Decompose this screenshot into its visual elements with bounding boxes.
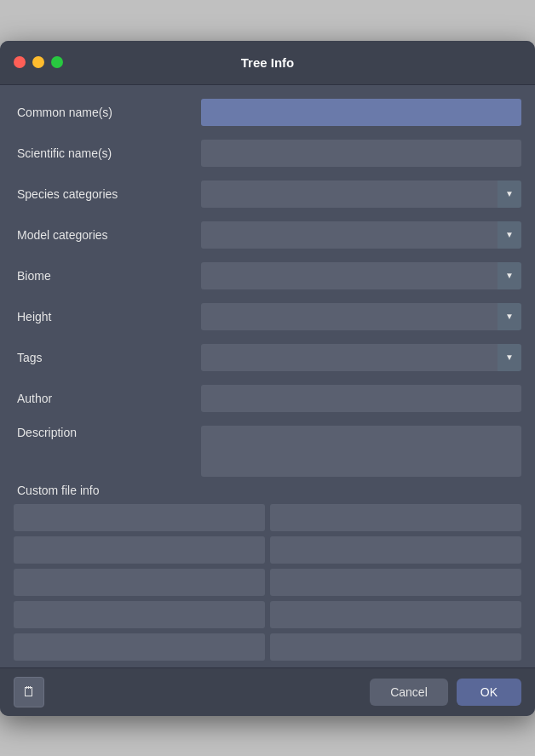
custom-key-1[interactable] [14,504,265,531]
custom-value-4[interactable] [270,601,521,628]
height-label: Height [14,310,201,324]
window-controls [14,56,63,68]
height-input[interactable] [201,303,498,330]
biome-dropdown[interactable]: ▼ [498,262,521,289]
custom-key-3[interactable] [14,569,265,596]
height-dropdown[interactable]: ▼ [498,303,521,330]
custom-grid [14,504,521,661]
custom-key-2[interactable] [14,536,265,564]
common-names-input[interactable] [201,99,521,126]
model-categories-label: Model categories [14,228,201,242]
height-row: Height ▼ [14,300,521,334]
tags-row: Tags ▼ [14,341,521,375]
model-categories-field: ▼ [201,221,521,249]
footer-left: 🗒 [14,677,363,707]
common-names-row: Common name(s) [14,95,521,129]
clipboard-button[interactable]: 🗒 [14,677,44,707]
scientific-names-input[interactable] [201,140,521,167]
model-categories-row: Model categories ▼ [14,218,521,252]
biome-input[interactable] [201,262,498,289]
custom-value-2[interactable] [270,536,521,564]
scientific-names-row: Scientific name(s) [14,136,521,170]
footer: 🗒 Cancel OK [0,667,535,716]
species-categories-row: Species categories ▼ [14,177,521,211]
footer-buttons: Cancel OK [370,679,521,706]
close-button[interactable] [14,56,26,68]
scientific-names-label: Scientific name(s) [14,146,201,160]
biome-field: ▼ [201,262,521,289]
form-content: Common name(s) Scientific name(s) Specie… [0,85,535,661]
species-categories-label: Species categories [14,187,201,201]
ok-button[interactable]: OK [457,679,521,706]
custom-value-5[interactable] [270,633,521,661]
tags-field: ▼ [201,344,521,371]
custom-value-1[interactable] [270,504,521,531]
biome-label: Biome [14,269,201,283]
tags-dropdown[interactable]: ▼ [498,344,521,371]
height-field: ▼ [201,303,521,330]
description-label: Description [14,426,201,439]
author-row: Author [14,381,521,415]
titlebar: Tree Info [0,41,535,85]
model-categories-dropdown[interactable]: ▼ [498,221,521,249]
species-categories-input[interactable] [201,180,498,208]
minimize-button[interactable] [32,56,44,68]
custom-value-3[interactable] [270,569,521,596]
tags-label: Tags [14,351,201,364]
tags-input[interactable] [201,344,498,371]
custom-key-4[interactable] [14,601,265,628]
clipboard-icon: 🗒 [22,684,36,700]
model-categories-input[interactable] [201,221,498,249]
species-categories-dropdown[interactable]: ▼ [498,180,521,208]
cancel-button[interactable]: Cancel [370,679,448,706]
custom-key-5[interactable] [14,633,265,661]
custom-section-label: Custom file info [14,484,521,497]
description-input[interactable] [201,426,521,477]
common-names-label: Common name(s) [14,106,201,119]
maximize-button[interactable] [51,56,63,68]
tree-info-window: Tree Info Common name(s) Scientific name… [0,41,535,716]
window-title: Tree Info [241,55,295,70]
description-row: Description [14,422,521,477]
species-categories-field: ▼ [201,180,521,208]
author-label: Author [14,392,201,405]
biome-row: Biome ▼ [14,259,521,293]
author-input[interactable] [201,385,521,412]
